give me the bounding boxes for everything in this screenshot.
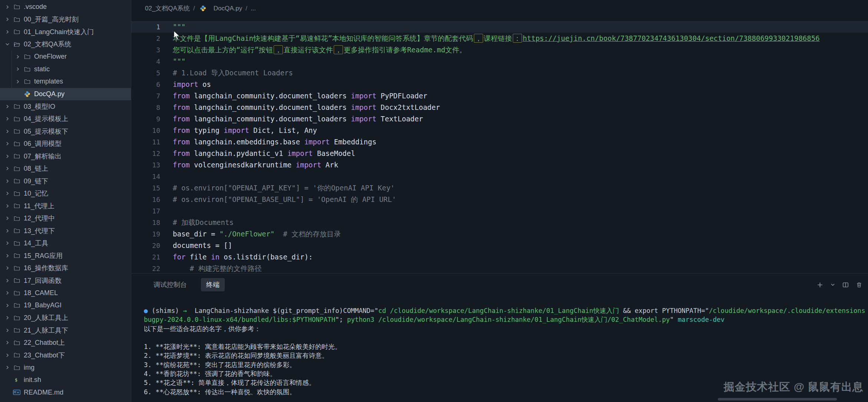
- tree-item-22-chatbot上[interactable]: 22_Chatbot上: [0, 337, 131, 349]
- tree-item-06-调用模型[interactable]: 06_调用模型: [0, 138, 131, 150]
- trash-icon[interactable]: [856, 282, 862, 288]
- chevron-right-icon[interactable]: [3, 265, 12, 271]
- code-line[interactable]: 12from langchain.pydantic_v1 import Base…: [131, 148, 868, 159]
- tree-item-21-人脉工具下[interactable]: 21_人脉工具下: [0, 324, 131, 337]
- tree-item-label: 07_解析输出: [24, 152, 62, 161]
- tree-item-10-记忆[interactable]: 10_记忆: [0, 187, 131, 200]
- chevron-right-icon[interactable]: [3, 315, 12, 320]
- code-link[interactable]: https://juejin.cn/book/73877023474361303…: [523, 34, 820, 42]
- chevron-right-icon[interactable]: [13, 54, 22, 59]
- chevron-right-icon[interactable]: [3, 303, 12, 308]
- chevron-right-icon[interactable]: [3, 179, 12, 184]
- tree-item-18-camel[interactable]: 18_CAMEL: [0, 287, 131, 300]
- chevron-right-icon[interactable]: [3, 353, 12, 358]
- code-line[interactable]: 6import os: [131, 79, 868, 90]
- tree-item-03-模型io[interactable]: 03_模型IO: [0, 100, 131, 113]
- code-line[interactable]: 22 # 构建完整的文件路径: [131, 263, 868, 273]
- chevron-right-icon[interactable]: [3, 290, 12, 295]
- tree-item-readme-md[interactable]: README.md: [0, 386, 131, 399]
- chevron-right-icon[interactable]: [3, 154, 12, 159]
- chevron-right-icon[interactable]: [3, 129, 12, 134]
- code-line[interactable]: 4""": [131, 56, 868, 67]
- code-line[interactable]: 2本文件是【用LangChain快速构建基于“易速鲜花”本地知识库的智能问答系统…: [131, 33, 868, 44]
- code-line[interactable]: 21for file in os.listdir(base_dir):: [131, 251, 868, 263]
- chevron-right-icon[interactable]: [3, 328, 12, 333]
- tree-item-23-chatbot下[interactable]: 23_Chatbot下: [0, 349, 131, 362]
- tree-item-12-代理中[interactable]: 12_代理中: [0, 212, 131, 225]
- chevron-right-icon[interactable]: [3, 340, 12, 345]
- tree-item-01-langchain快速入门[interactable]: 01_LangChain快速入门: [0, 26, 131, 38]
- chevron-right-icon[interactable]: [3, 228, 12, 233]
- tree-item-17-回调函数[interactable]: 17_回调函数: [0, 274, 131, 287]
- chevron-right-icon[interactable]: [13, 79, 22, 84]
- tree-item-05-提示模板下[interactable]: 05_提示模板下: [0, 125, 131, 138]
- tree-item-13-代理下[interactable]: 13_代理下: [0, 225, 131, 237]
- code-line[interactable]: 18# 加载Documents: [131, 217, 868, 228]
- chevron-right-icon[interactable]: [3, 278, 12, 283]
- code-line[interactable]: 10from typing import Dict, List, Any: [131, 125, 868, 136]
- chevron-right-icon[interactable]: [3, 116, 12, 121]
- code-editor[interactable]: 1"""2本文件是【用LangChain快速构建基于“易速鲜花”本地知识库的智能…: [131, 17, 868, 273]
- code-line[interactable]: 15# os.environ["OPENAI_API_KEY"] = '你的Op…: [131, 182, 868, 194]
- tree-item-img[interactable]: img: [0, 362, 131, 374]
- watermark-text: 掘金技术社区 @ 鼠鼠有出息: [724, 380, 864, 395]
- chevron-right-icon[interactable]: [3, 203, 12, 209]
- code-line[interactable]: 19base_dir = "./OneFlower" # 文档的存放目录: [131, 228, 868, 240]
- chevron-right-icon[interactable]: [3, 17, 12, 22]
- folder-icon: [12, 303, 22, 308]
- chevron-down-icon[interactable]: [3, 42, 12, 47]
- code-line[interactable]: 13from volcenginesdkarkruntime import Ar…: [131, 159, 868, 171]
- tree-item-14-工具[interactable]: 14_工具: [0, 237, 131, 250]
- chevron-right-icon[interactable]: [3, 141, 12, 146]
- chevron-right-icon[interactable]: [3, 365, 12, 370]
- panel-tab-调试控制台[interactable]: 调试控制台: [148, 278, 192, 291]
- tree-item-00-开篇-高光时刻[interactable]: 00_开篇_高光时刻: [0, 13, 131, 26]
- chevron-right-icon[interactable]: [3, 166, 12, 171]
- code-line[interactable]: 11from langchain.embeddings.base import …: [131, 136, 868, 148]
- code-line[interactable]: 7from langchain_community.document_loade…: [131, 90, 868, 102]
- chevron-right-icon[interactable]: [3, 29, 12, 35]
- breadcrumb-folder[interactable]: 02_文档QA系统: [145, 4, 190, 13]
- panel-tabs: 调试控制台终端: [148, 278, 225, 291]
- code-line[interactable]: 16# os.environ["OPENAI_BASE_URL"] = 'Ope…: [131, 194, 868, 205]
- chevron-right-icon[interactable]: [3, 191, 12, 196]
- tree-item-vscode[interactable]: .vscode: [0, 1, 131, 13]
- code-line[interactable]: 5# 1.Load 导入Document Loaders: [131, 67, 868, 79]
- chevron-right-icon[interactable]: [3, 216, 12, 221]
- tree-item-oneflower[interactable]: OneFlower: [0, 50, 131, 63]
- tree-item-02-文档qa系统[interactable]: 02_文档QA系统: [0, 38, 131, 51]
- chevron-right-icon[interactable]: [13, 66, 22, 72]
- code-line[interactable]: 1""": [131, 21, 868, 33]
- plus-icon[interactable]: [817, 282, 823, 288]
- tree-item-11-代理上[interactable]: 11_代理上: [0, 200, 131, 212]
- chevron-right-icon[interactable]: [3, 4, 12, 10]
- tree-item-init-sh[interactable]: $init.sh: [0, 374, 131, 386]
- breadcrumb-file[interactable]: DocQA.py: [214, 5, 242, 12]
- tree-item-15-rag应用[interactable]: 15_RAG应用: [0, 249, 131, 262]
- terminal-horizontal-scrollbar[interactable]: [718, 398, 837, 401]
- tree-item-static[interactable]: static: [0, 63, 131, 76]
- code-token: [275, 230, 283, 238]
- chevron-right-icon[interactable]: [3, 241, 12, 246]
- code-line[interactable]: 20documents = []: [131, 240, 868, 251]
- tree-item-templates[interactable]: templates: [0, 75, 131, 88]
- tree-item-08-链上[interactable]: 08_链上: [0, 163, 131, 175]
- code-line[interactable]: 8from langchain_community.document_loade…: [131, 102, 868, 113]
- tree-item-19-babyagi[interactable]: 19_BabyAGI: [0, 299, 131, 312]
- tree-item-20-人脉工具上[interactable]: 20_人脉工具上: [0, 312, 131, 324]
- chevron-right-icon[interactable]: [3, 104, 12, 109]
- chevron-down-icon[interactable]: [831, 282, 835, 287]
- breadcrumb-ellipsis[interactable]: ...: [251, 5, 256, 12]
- code-line[interactable]: 17: [131, 205, 868, 217]
- code-line[interactable]: 3您可以点击最上方的“运行”按钮，直接运行该文件，更多操作指引请参考Readme…: [131, 44, 868, 56]
- code-line[interactable]: 14: [131, 171, 868, 182]
- split-panel-icon[interactable]: [842, 282, 849, 288]
- tree-item-16-操作数据库[interactable]: 16_操作数据库: [0, 262, 131, 275]
- tree-item-07-解析输出[interactable]: 07_解析输出: [0, 150, 131, 163]
- code-line[interactable]: 9from langchain_community.document_loade…: [131, 113, 868, 125]
- tree-item-docqa-py[interactable]: DocQA.py: [0, 88, 131, 101]
- tree-item-09-链下[interactable]: 09_链下: [0, 175, 131, 187]
- panel-tab-终端[interactable]: 终端: [201, 278, 225, 291]
- chevron-right-icon[interactable]: [3, 253, 12, 258]
- tree-item-04-提示模板上[interactable]: 04_提示模板上: [0, 113, 131, 125]
